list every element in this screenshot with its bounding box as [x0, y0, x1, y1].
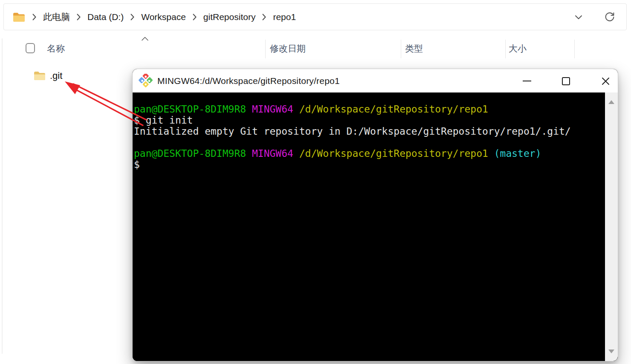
file-row-git[interactable]: .git	[0, 68, 128, 84]
breadcrumb: 此电脑 Data (D:) Workspace gitRepository re…	[12, 11, 296, 23]
terminal-console[interactable]: pan@DESKTOP-8DIM9R8 MINGW64 /d/Workspace…	[133, 92, 618, 361]
breadcrumb-separator-icon	[130, 13, 135, 21]
breadcrumb-item-repo1[interactable]: repo1	[273, 12, 296, 22]
breadcrumb-item-workspace[interactable]: Workspace	[141, 12, 186, 22]
terminal-line	[134, 137, 618, 148]
column-divider[interactable]	[401, 40, 401, 58]
breadcrumb-item-this-pc[interactable]: 此电脑	[43, 11, 70, 23]
mingw64-terminal-window: MINGW64:/d/Workspace/gitRepository/repo1…	[133, 69, 618, 361]
minimize-button[interactable]	[518, 72, 536, 90]
breadcrumb-separator-icon	[32, 13, 37, 21]
terminal-titlebar[interactable]: MINGW64:/d/Workspace/gitRepository/repo1	[133, 69, 618, 92]
refresh-icon[interactable]	[604, 11, 616, 23]
column-divider[interactable]	[505, 40, 506, 58]
address-dropdown-icon[interactable]	[573, 12, 584, 23]
sort-ascending-icon[interactable]	[141, 35, 149, 43]
scroll-up-icon[interactable]	[608, 100, 614, 104]
column-header-type[interactable]: 类型	[405, 38, 423, 60]
terminal-line: $	[134, 159, 618, 170]
breadcrumb-separator-icon	[262, 13, 266, 21]
terminal-line: pan@DESKTOP-8DIM9R8 MINGW64 /d/Workspace…	[134, 148, 618, 159]
file-name[interactable]: .git	[50, 70, 62, 81]
close-button[interactable]	[596, 72, 614, 90]
column-header-row: 名称 修改日期 类型 大小	[0, 38, 631, 60]
maximize-button[interactable]	[557, 72, 575, 90]
terminal-line: Initialized empty Git repository in D:/W…	[134, 126, 618, 137]
terminal-line: pan@DESKTOP-8DIM9R8 MINGW64 /d/Workspace…	[134, 104, 618, 115]
breadcrumb-separator-icon	[192, 13, 197, 21]
terminal-scrollbar[interactable]	[605, 92, 618, 361]
breadcrumb-item-gitrepository[interactable]: gitRepository	[203, 12, 256, 22]
git-bash-icon	[138, 74, 153, 88]
breadcrumb-separator-icon	[76, 13, 81, 21]
column-divider[interactable]	[265, 40, 266, 58]
select-all-checkbox[interactable]	[26, 43, 35, 53]
column-header-size[interactable]: 大小	[509, 38, 527, 60]
terminal-line: $ git init	[134, 115, 618, 126]
pane-divider	[2, 38, 3, 354]
breadcrumb-item-drive-d[interactable]: Data (D:)	[87, 12, 124, 22]
address-bar[interactable]: 此电脑 Data (D:) Workspace gitRepository re…	[3, 3, 627, 30]
scroll-down-icon[interactable]	[608, 350, 614, 353]
desktop: 此电脑 Data (D:) Workspace gitRepository re…	[0, 0, 631, 364]
column-header-name[interactable]: 名称	[47, 38, 65, 60]
column-divider[interactable]	[574, 40, 575, 58]
folder-icon	[33, 70, 46, 83]
folder-icon	[12, 12, 26, 23]
terminal-title: MINGW64:/d/Workspace/gitRepository/repo1	[157, 76, 340, 86]
terminal-lines: pan@DESKTOP-8DIM9R8 MINGW64 /d/Workspace…	[134, 104, 618, 170]
column-header-date-modified[interactable]: 修改日期	[270, 38, 306, 60]
